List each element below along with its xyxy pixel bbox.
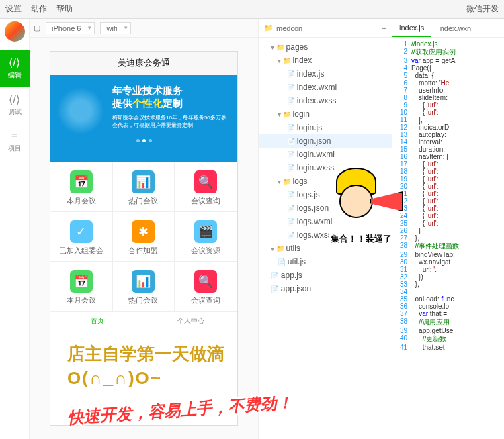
grid-item[interactable]: ✓已加入组委会 — [50, 212, 113, 262]
list-icon: ≡ — [0, 130, 30, 142]
simulator-panel: ▢ iPhone 6 wifi 美迪康会务通 年专业技术服务 提供个性化定制 梅… — [30, 19, 258, 439]
file-tree-file[interactable]: logs.wxml — [259, 215, 392, 228]
grid-icon: 📅 — [70, 170, 93, 193]
network-select[interactable]: wifi — [100, 22, 131, 34]
file-tree-file[interactable]: index.wxss — [259, 94, 392, 107]
sidebar-debug[interactable]: ⟨/⟩调试 — [0, 87, 30, 124]
globe-graphic — [57, 87, 104, 134]
sidebar-project[interactable]: ≡项目 — [0, 124, 30, 160]
device-select[interactable]: iPhone 6 — [46, 22, 95, 34]
tab-home[interactable]: 首页 — [50, 312, 144, 330]
editor-tab[interactable]: index.wxn — [431, 19, 478, 37]
file-tree-file[interactable]: index.js — [259, 67, 392, 81]
file-tree-fold[interactable]: login — [259, 107, 392, 121]
debug-icon: ⟨/⟩ — [0, 93, 30, 106]
menu-devtools[interactable]: 微信开发 — [466, 3, 499, 15]
file-tree-file[interactable]: util.js — [259, 255, 392, 269]
file-tree-fold[interactable]: utils — [259, 242, 392, 255]
grid-item[interactable]: 📊热门会议 — [113, 262, 175, 311]
file-tree-fold[interactable]: pages — [259, 40, 392, 54]
file-tree-file[interactable]: app.js — [259, 269, 392, 282]
grid-icon: 📊 — [132, 270, 155, 293]
grid-icon: 🔍 — [194, 170, 217, 193]
grid-item[interactable]: 🔍会议查询 — [175, 262, 237, 311]
code-area[interactable]: 1//index.js2//获取应用实例3var app = getA4Page… — [392, 38, 504, 354]
grid-icon: 📅 — [70, 270, 93, 293]
sidebar-edit[interactable]: ⟨/⟩编辑 — [0, 50, 30, 87]
file-tree-file[interactable]: logs.json — [259, 201, 392, 215]
tab-profile[interactable]: 个人中心 — [144, 312, 237, 330]
grid-item[interactable]: 🎬会议资源 — [175, 212, 237, 262]
file-tree-file[interactable]: logs.wxss — [259, 228, 392, 242]
grid-icon: 🎬 — [194, 220, 217, 243]
file-tree-file[interactable]: index.wxml — [259, 81, 392, 94]
menu-help[interactable]: 帮助 — [56, 3, 73, 15]
file-tree-file[interactable]: app.json — [259, 282, 392, 295]
grid-item[interactable]: ✱合作加盟 — [113, 212, 175, 262]
file-tree-file[interactable]: login.js — [259, 121, 392, 134]
file-tree-file[interactable]: login.wxml — [259, 148, 392, 161]
file-tree-file[interactable]: login.json — [259, 134, 392, 148]
grid-item[interactable]: 📅本月会议 — [50, 162, 113, 212]
file-explorer: 📁 medcon+ pagesindexindex.jsindex.wxmlin… — [258, 19, 392, 439]
menu-actions[interactable]: 动作 — [31, 3, 47, 15]
code-editor: index.js index.wxn 1//index.js2//获取应用实例3… — [392, 19, 504, 439]
grid-icon: ✓ — [70, 220, 93, 243]
grid-item[interactable]: 📅本月会议 — [50, 262, 113, 311]
phone-simulator: 美迪康会务通 年专业技术服务 提供个性化定制 梅斯医学会议技术服务10年，每年服… — [50, 51, 238, 426]
grid-item[interactable]: 📊热门会议 — [113, 162, 175, 212]
top-menu-bar: 设置 动作 帮助 微信开发 — [0, 0, 504, 19]
tab-bar: 首页 个人中心 — [50, 311, 237, 330]
app-title: 美迪康会务通 — [50, 52, 237, 75]
grid-icon: 🔍 — [194, 270, 217, 293]
grid-item[interactable]: 🔍会议查询 — [175, 162, 237, 212]
device-bar: ▢ iPhone 6 wifi — [30, 19, 258, 38]
add-icon[interactable]: + — [382, 24, 386, 32]
project-name-tab[interactable]: 📁 medcon+ — [259, 19, 392, 38]
file-tree-file[interactable]: login.wxss — [259, 161, 392, 175]
grid-icon: ✱ — [132, 220, 155, 243]
banner[interactable]: 年专业技术服务 提供个性化定制 梅斯医学会议技术服务10年，每年服务50多万参会… — [50, 75, 237, 162]
file-tree-fold[interactable]: logs — [259, 175, 392, 188]
grid-icon: 📊 — [132, 170, 155, 193]
file-tree-fold[interactable]: index — [259, 54, 392, 67]
device-icon[interactable]: ▢ — [34, 23, 40, 32]
user-avatar[interactable] — [5, 21, 25, 42]
banner-dots — [58, 133, 229, 145]
file-tree-file[interactable]: logs.js — [259, 188, 392, 201]
code-icon: ⟨/⟩ — [0, 56, 30, 69]
menu-grid: 📅本月会议📊热门会议🔍会议查询✓已加入组委会✱合作加盟🎬会议资源📅本月会议📊热门… — [50, 162, 237, 311]
menu-settings[interactable]: 设置 — [5, 3, 22, 15]
left-sidebar: ⟨/⟩编辑 ⟨/⟩调试 ≡项目 — [0, 19, 30, 439]
editor-tab-active[interactable]: index.js — [392, 19, 431, 37]
